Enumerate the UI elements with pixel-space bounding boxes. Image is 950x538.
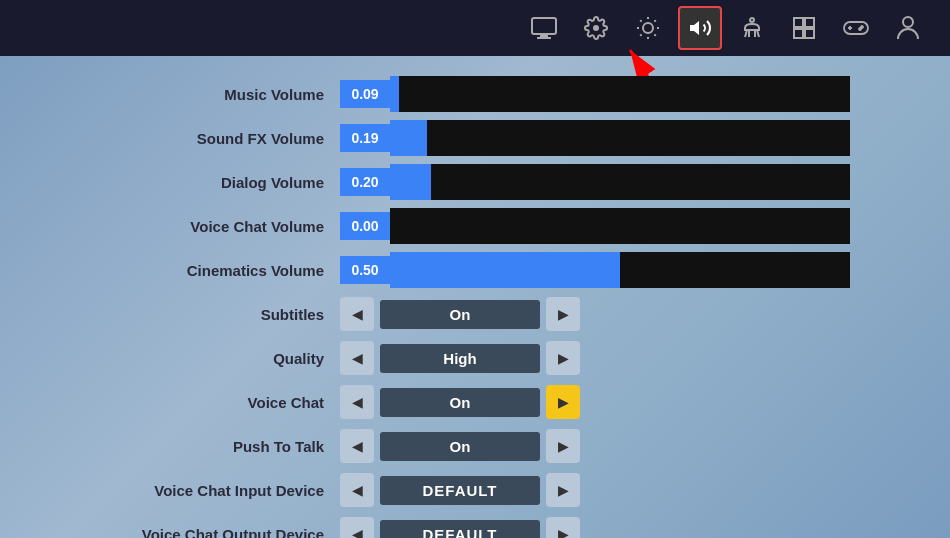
slider-container-1[interactable]: 0.19	[340, 120, 850, 156]
selector-row-0: Subtitles ◀ On ▶	[100, 296, 850, 332]
audio-nav-icon[interactable]	[678, 6, 722, 50]
selector-label-4: Voice Chat Input Device	[100, 482, 340, 499]
selector-label-2: Voice Chat	[100, 394, 340, 411]
arrow-left-btn-2[interactable]: ◀	[340, 385, 374, 419]
volume-row-0: Music Volume 0.09	[100, 76, 850, 112]
selector-row-1: Quality ◀ High ▶	[100, 340, 850, 376]
selector-value-2: On	[380, 388, 540, 417]
volume-label-3: Voice Chat Volume	[100, 218, 340, 235]
svg-marker-12	[690, 21, 699, 35]
selector-row-5: Voice Chat Output Device ◀ DEFAULT ▶	[100, 516, 850, 538]
arrow-left-btn-4[interactable]: ◀	[340, 473, 374, 507]
svg-line-10	[640, 34, 641, 35]
accessibility-nav-icon[interactable]	[730, 6, 774, 50]
selector-row-2: Voice Chat ◀ On ▶	[100, 384, 850, 420]
selector-row-3: Push To Talk ◀ On ▶	[100, 428, 850, 464]
svg-rect-18	[844, 22, 868, 34]
selector-value-5: DEFAULT	[380, 520, 540, 539]
svg-point-22	[859, 28, 861, 30]
svg-rect-1	[540, 34, 548, 37]
volume-row-4: Cinematics Volume 0.50	[100, 252, 850, 288]
arrow-right-btn-3[interactable]: ▶	[546, 429, 580, 463]
arrow-right-btn-1[interactable]: ▶	[546, 341, 580, 375]
arrow-left-btn-1[interactable]: ◀	[340, 341, 374, 375]
nav-icons	[522, 6, 930, 50]
selector-value-3: On	[380, 432, 540, 461]
user-nav-icon[interactable]	[886, 6, 930, 50]
gamepad-nav-icon[interactable]	[834, 6, 878, 50]
svg-rect-15	[805, 18, 814, 27]
svg-point-3	[643, 23, 653, 33]
slider-track-1[interactable]	[390, 120, 850, 156]
volume-label-4: Cinematics Volume	[100, 262, 340, 279]
slider-container-0[interactable]: 0.09	[340, 76, 850, 112]
slider-value-4: 0.50	[340, 256, 390, 284]
network-nav-icon[interactable]	[782, 6, 826, 50]
selector-container-0: ◀ On ▶	[340, 297, 580, 331]
selector-container-3: ◀ On ▶	[340, 429, 580, 463]
arrow-right-btn-5[interactable]: ▶	[546, 517, 580, 538]
arrow-left-btn-0[interactable]: ◀	[340, 297, 374, 331]
slider-container-3[interactable]: 0.00	[340, 208, 850, 244]
slider-track-3[interactable]	[390, 208, 850, 244]
slider-value-1: 0.19	[340, 124, 390, 152]
slider-track-4[interactable]	[390, 252, 850, 288]
main-content: Music Volume 0.09 Sound FX Volume 0.19 D…	[0, 56, 950, 538]
svg-rect-16	[794, 29, 803, 38]
brightness-nav-icon[interactable]	[626, 6, 670, 50]
slider-container-4[interactable]: 0.50	[340, 252, 850, 288]
slider-container-2[interactable]: 0.20	[340, 164, 850, 200]
selector-container-4: ◀ DEFAULT ▶	[340, 473, 580, 507]
selector-label-0: Subtitles	[100, 306, 340, 323]
arrow-right-btn-0[interactable]: ▶	[546, 297, 580, 331]
svg-line-6	[640, 20, 641, 21]
slider-track-2[interactable]	[390, 164, 850, 200]
arrow-left-btn-5[interactable]: ◀	[340, 517, 374, 538]
gear-nav-icon[interactable]	[574, 6, 618, 50]
selector-container-2: ◀ On ▶	[340, 385, 580, 419]
slider-value-0: 0.09	[340, 80, 390, 108]
selector-container-5: ◀ DEFAULT ▶	[340, 517, 580, 538]
svg-rect-14	[794, 18, 803, 27]
selector-value-0: On	[380, 300, 540, 329]
svg-point-13	[750, 18, 754, 22]
arrow-left-btn-3[interactable]: ◀	[340, 429, 374, 463]
selector-value-4: DEFAULT	[380, 476, 540, 505]
selector-container-1: ◀ High ▶	[340, 341, 580, 375]
volume-row-1: Sound FX Volume 0.19	[100, 120, 850, 156]
nav-bar	[0, 0, 950, 56]
volume-label-0: Music Volume	[100, 86, 340, 103]
svg-rect-17	[805, 29, 814, 38]
selector-label-3: Push To Talk	[100, 438, 340, 455]
selector-label-1: Quality	[100, 350, 340, 367]
selector-value-1: High	[380, 344, 540, 373]
selector-row-4: Voice Chat Input Device ◀ DEFAULT ▶	[100, 472, 850, 508]
svg-rect-0	[532, 18, 556, 34]
monitor-nav-icon[interactable]	[522, 6, 566, 50]
volume-label-2: Dialog Volume	[100, 174, 340, 191]
svg-line-11	[654, 20, 655, 21]
volume-row-3: Voice Chat Volume 0.00	[100, 208, 850, 244]
volume-label-1: Sound FX Volume	[100, 130, 340, 147]
slider-value-3: 0.00	[340, 212, 390, 240]
arrow-right-btn-4[interactable]: ▶	[546, 473, 580, 507]
slider-track-0[interactable]	[390, 76, 850, 112]
svg-line-7	[654, 34, 655, 35]
arrow-right-btn-2[interactable]: ▶	[546, 385, 580, 419]
svg-rect-2	[537, 37, 551, 39]
volume-row-2: Dialog Volume 0.20	[100, 164, 850, 200]
selector-label-5: Voice Chat Output Device	[100, 526, 340, 539]
slider-value-2: 0.20	[340, 168, 390, 196]
